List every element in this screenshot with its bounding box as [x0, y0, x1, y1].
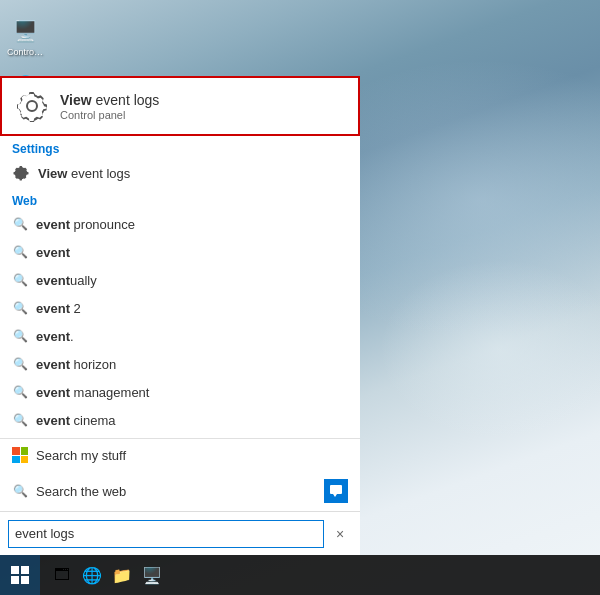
search-icon-1: 🔍: [12, 216, 28, 232]
web-result-event-pronounce[interactable]: 🔍 event pronounce: [0, 210, 360, 238]
top-result-gear-icon: [14, 88, 50, 124]
search-panel: View event logs Control panel Settings V…: [0, 76, 360, 511]
web-result-event-2[interactable]: 🔍 event 2: [0, 294, 360, 322]
web-text-7: event management: [36, 385, 149, 400]
search-icon-4: 🔍: [12, 300, 28, 316]
web-text-4: event 2: [36, 301, 81, 316]
top-result-text: View event logs Control panel: [60, 92, 159, 121]
desktop-icon-control-panel[interactable]: 🖥️ Contro…: [4, 14, 46, 61]
search-icon-8: 🔍: [12, 412, 28, 428]
file-explorer-icon[interactable]: 📁: [108, 561, 136, 589]
top-result-subtitle: Control panel: [60, 109, 159, 121]
web-text-8: event cinema: [36, 413, 116, 428]
web-text-5: event.: [36, 329, 74, 344]
chat-bubble-icon: [324, 479, 348, 503]
web-section-label: Web: [0, 188, 360, 210]
search-input[interactable]: [8, 520, 324, 548]
search-bar: ×: [0, 511, 360, 555]
search-icon-3: 🔍: [12, 272, 28, 288]
svg-marker-1: [333, 494, 337, 497]
settings-result-text: View event logs: [38, 166, 130, 181]
svg-rect-0: [330, 485, 342, 494]
settings-section-label: Settings: [0, 136, 360, 158]
control-panel-icon: 🖥️: [11, 17, 39, 45]
task-view-icon[interactable]: 🗔: [48, 561, 76, 589]
web-result-event[interactable]: 🔍 event: [0, 238, 360, 266]
start-button[interactable]: [0, 555, 40, 595]
search-the-web-label: Search the web: [36, 484, 126, 499]
search-icon-7: 🔍: [12, 384, 28, 400]
desktop: 🖥️ Contro… 🌐 Netwo… 💽 diskm… Shor… View …: [0, 0, 600, 595]
settings-view-event-logs[interactable]: View event logs: [0, 158, 360, 188]
web-text-2: event: [36, 245, 70, 260]
clear-search-button[interactable]: ×: [328, 522, 352, 546]
top-result-title: View event logs: [60, 92, 159, 108]
taskbar: 🗔 🌐 📁 🖥️: [0, 555, 600, 595]
ie-icon[interactable]: 🌐: [78, 561, 106, 589]
search-icon-6: 🔍: [12, 356, 28, 372]
web-result-event-dot[interactable]: 🔍 event.: [0, 322, 360, 350]
web-result-eventually[interactable]: 🔍 eventually: [0, 266, 360, 294]
web-text-6: event horizon: [36, 357, 116, 372]
search-my-stuff-button[interactable]: Search my stuff: [0, 439, 360, 471]
search-icon-2: 🔍: [12, 244, 28, 260]
web-text-1: event pronounce: [36, 217, 135, 232]
search-my-stuff-label: Search my stuff: [36, 448, 126, 463]
top-result-item[interactable]: View event logs Control panel: [0, 76, 360, 136]
settings-gear-icon: [12, 164, 30, 182]
web-result-event-cinema[interactable]: 🔍 event cinema: [0, 406, 360, 434]
search-web-icon: 🔍: [12, 483, 28, 499]
search-the-web-button[interactable]: 🔍 Search the web: [0, 471, 360, 511]
search-icon-5: 🔍: [12, 328, 28, 344]
web-result-event-management[interactable]: 🔍 event management: [0, 378, 360, 406]
store-icon[interactable]: 🖥️: [138, 561, 166, 589]
control-panel-label: Contro…: [7, 47, 43, 58]
windows-start-icon: [11, 566, 29, 584]
bottom-actions: Search my stuff 🔍 Search the web: [0, 438, 360, 511]
web-result-event-horizon[interactable]: 🔍 event horizon: [0, 350, 360, 378]
web-text-3: eventually: [36, 273, 97, 288]
windows-logo-icon: [12, 447, 28, 463]
taskbar-tray: 🗔 🌐 📁 🖥️: [40, 561, 174, 589]
